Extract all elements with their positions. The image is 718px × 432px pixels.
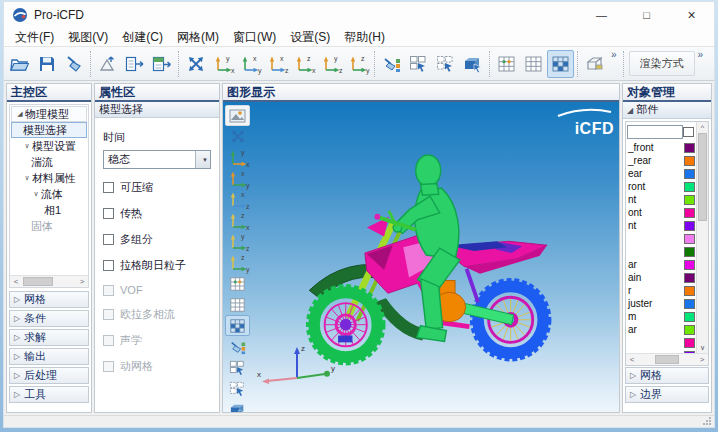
- tree-item-physical-model[interactable]: ◢物理模型: [11, 106, 87, 122]
- menu-view[interactable]: 视图(V): [61, 28, 115, 47]
- select-box-button[interactable]: [225, 399, 250, 412]
- toolbar-overflow-icon[interactable]: »: [608, 49, 620, 60]
- view-zx-button[interactable]: zx: [290, 50, 317, 78]
- scroll-down-icon[interactable]: ∨: [697, 342, 708, 353]
- part-color-swatch[interactable]: [684, 338, 695, 348]
- grid-button[interactable]: [520, 50, 547, 78]
- select-region-dashed-button[interactable]: [225, 378, 250, 399]
- part-color-swatch[interactable]: [683, 127, 694, 137]
- view-xz-button[interactable]: xz: [225, 189, 250, 210]
- grid-shaded-button[interactable]: [547, 50, 574, 78]
- view-yx-button[interactable]: yx: [225, 147, 250, 168]
- expanded-icon[interactable]: ◢: [15, 110, 25, 118]
- checkbox-multicomponent[interactable]: 多组分: [103, 232, 211, 247]
- tree-item-model-settings[interactable]: ∨模型设置: [10, 138, 88, 154]
- part-row[interactable]: ont: [626, 206, 696, 219]
- tree-item-solid[interactable]: 固体: [10, 218, 88, 234]
- view-xy-button[interactable]: xy: [236, 50, 263, 78]
- checkbox-icon[interactable]: [103, 182, 114, 193]
- checkbox-icon[interactable]: [103, 234, 114, 245]
- part-color-swatch[interactable]: [684, 273, 695, 283]
- checkbox-compressible[interactable]: 可压缩: [103, 180, 211, 195]
- part-row[interactable]: ront: [626, 180, 696, 193]
- part-filter-input[interactable]: [627, 125, 683, 139]
- part-color-swatch[interactable]: [684, 156, 695, 166]
- part-row[interactable]: _front: [626, 141, 696, 154]
- view-zy-button[interactable]: zy: [344, 50, 371, 78]
- viewport-canvas[interactable]: yx xy xz zx yz zy iCFD: [223, 102, 619, 412]
- time-select[interactable]: 稳态 ▼: [103, 150, 211, 169]
- scroll-left-icon[interactable]: <: [10, 276, 22, 287]
- part-color-swatch[interactable]: [684, 143, 695, 153]
- chevron-down-icon[interactable]: ∨: [22, 142, 32, 150]
- checkbox-lagrangian-particles[interactable]: 拉格朗日粒子: [103, 258, 211, 273]
- view-yz-button[interactable]: yz: [225, 231, 250, 252]
- part-color-swatch[interactable]: [684, 169, 695, 179]
- export-report-button[interactable]: [121, 50, 148, 78]
- part-row[interactable]: ar: [626, 323, 696, 336]
- sidebar-section-conditions[interactable]: ▷条件: [9, 310, 89, 327]
- view-zx-button[interactable]: zx: [225, 210, 250, 231]
- part-row[interactable]: [626, 232, 696, 245]
- minimize-button[interactable]: —: [579, 2, 624, 28]
- scroll-right-icon[interactable]: >: [76, 276, 88, 287]
- object-section-mesh[interactable]: ▷网格: [625, 367, 709, 384]
- grid-points-button[interactable]: [493, 50, 520, 78]
- part-color-swatch[interactable]: [684, 286, 695, 296]
- scrollbar-thumb[interactable]: [23, 277, 53, 286]
- clean-project-button[interactable]: [60, 50, 87, 78]
- tree-item-fluid[interactable]: ∨流体: [10, 186, 88, 202]
- part-row[interactable]: ear: [626, 167, 696, 180]
- part-row[interactable]: [626, 245, 696, 258]
- select-region-button[interactable]: [225, 357, 250, 378]
- parts-section-header[interactable]: ◢ 部件: [623, 102, 711, 119]
- part-color-swatch[interactable]: [684, 325, 695, 335]
- checkbox-icon[interactable]: [103, 260, 114, 271]
- scroll-up-icon[interactable]: ^: [697, 122, 708, 133]
- grid-button[interactable]: [225, 294, 250, 315]
- import-geometry-button[interactable]: [94, 50, 121, 78]
- fit-view-button[interactable]: [225, 126, 250, 147]
- render-overflow-icon[interactable]: »: [695, 49, 707, 60]
- render-mode-button[interactable]: 渲染方式: [629, 51, 695, 76]
- tree-item-phase1[interactable]: 相1: [10, 202, 88, 218]
- select-region-button[interactable]: [405, 50, 432, 78]
- maximize-button[interactable]: □: [624, 2, 669, 28]
- tree-item-turbulence[interactable]: 湍流: [10, 154, 88, 170]
- dropdown-arrow-icon[interactable]: ▼: [195, 151, 210, 168]
- parts-horizontal-scrollbar[interactable]: < >: [626, 353, 708, 365]
- scrollbar-thumb[interactable]: [698, 133, 707, 221]
- scrollbar-thumb[interactable]: [655, 355, 678, 364]
- chevron-down-icon[interactable]: ∨: [22, 174, 32, 182]
- part-row[interactable]: m: [626, 310, 696, 323]
- scroll-left-icon[interactable]: <: [626, 354, 638, 365]
- tree-item-model-selection[interactable]: 模型选择: [11, 122, 87, 138]
- part-row[interactable]: ar: [626, 258, 696, 271]
- clip-box-button[interactable]: [581, 50, 608, 78]
- view-yx-button[interactable]: yx: [209, 50, 236, 78]
- sidebar-section-solve[interactable]: ▷求解: [9, 329, 89, 346]
- part-row[interactable]: nt: [626, 219, 696, 232]
- part-color-swatch[interactable]: [684, 221, 695, 231]
- clean-mesh-button[interactable]: [225, 336, 250, 357]
- export-xml-button[interactable]: [148, 50, 175, 78]
- select-region-dashed-button[interactable]: [432, 50, 459, 78]
- menu-file[interactable]: 文件(F): [8, 28, 61, 47]
- save-button[interactable]: [33, 50, 60, 78]
- part-row[interactable]: ain: [626, 271, 696, 284]
- part-color-swatch[interactable]: [684, 299, 695, 309]
- parts-vertical-scrollbar[interactable]: ^ ∨: [696, 122, 708, 353]
- part-color-swatch[interactable]: [684, 195, 695, 205]
- tree-horizontal-scrollbar[interactable]: < >: [10, 275, 88, 287]
- part-color-swatch[interactable]: [684, 260, 695, 270]
- view-zy-button[interactable]: zy: [225, 252, 250, 273]
- clean-mesh-button[interactable]: [378, 50, 405, 78]
- scene-snapshot-button[interactable]: [225, 105, 250, 126]
- view-yz-button[interactable]: yz: [317, 50, 344, 78]
- object-section-boundary[interactable]: ▷边界: [625, 386, 709, 403]
- checkbox-heat-transfer[interactable]: 传热: [103, 206, 211, 221]
- menu-mesh[interactable]: 网格(M): [170, 28, 226, 47]
- part-row[interactable]: r: [626, 284, 696, 297]
- part-color-swatch[interactable]: [684, 247, 695, 257]
- grid-shaded-button[interactable]: [225, 315, 250, 336]
